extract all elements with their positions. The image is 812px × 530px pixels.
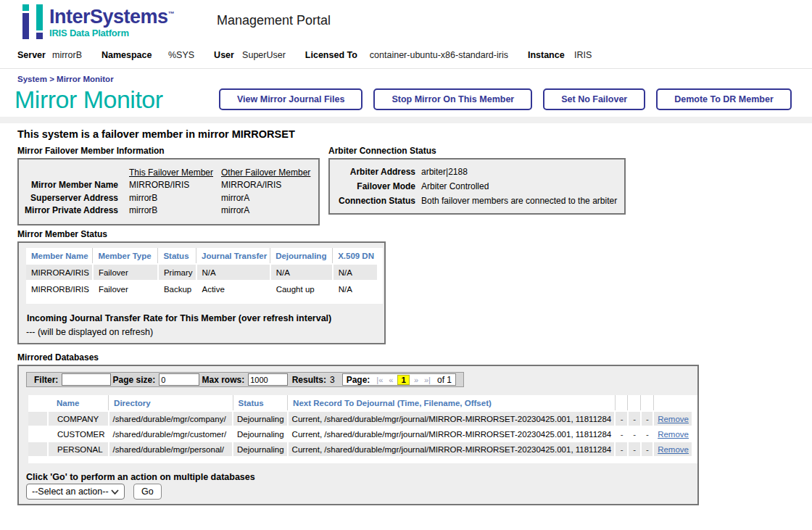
col-this-failover-member: This Failover Member (118, 166, 221, 179)
last-page-icon[interactable]: »| (424, 376, 431, 384)
db-status: Dejournaling (233, 426, 288, 442)
user-value: SuperUser (242, 50, 286, 60)
server-value: mirrorB (52, 50, 82, 60)
mirrored-databases-title: Mirrored Databases (17, 352, 812, 363)
table-filter-bar: Filter: Page size: Max rows: Results: 3 … (26, 372, 464, 387)
licensed-to-value: container-ubuntu-x86-standard-iris (370, 50, 508, 60)
trademark: ™ (168, 10, 175, 17)
row-value: arbiter|2188 (415, 165, 617, 179)
column-header-blank (615, 395, 628, 411)
db-name: CUSTOMER (48, 426, 109, 442)
failover-info-box: This Failover Member Other Failover Memb… (17, 158, 320, 225)
this-member-value: MIRRORB/IRIS (118, 179, 221, 192)
db-status: Dejournaling (233, 411, 288, 426)
table-row: MIRRORA/IRIS Failover Primary N/A N/A N/… (26, 264, 378, 281)
column-header-blank (641, 395, 654, 411)
remove-link[interactable]: Remove (658, 415, 689, 423)
failover-info-title: Mirror Failover Member Information (17, 146, 320, 156)
other-member-value: mirrorA (221, 204, 310, 218)
set-no-failover-button[interactable]: Set No Failover (543, 88, 645, 110)
row-label: Connection Status (330, 194, 415, 208)
table-row: COMPANY /shared/durable/mgr/company/ Dej… (28, 411, 692, 426)
table-row: Connection Status Both failover members … (330, 194, 617, 208)
page-size-input[interactable] (159, 373, 199, 386)
failover-info-section: Mirror Failover Member Information This … (17, 146, 320, 225)
member-status-section: Mirror Member Status Member Name Member … (17, 229, 812, 344)
intersystems-logo-icon (22, 4, 44, 39)
table-row: Superserver Address mirrorB mirrorA (19, 191, 310, 204)
db-directory: /shared/durable/mgr/personal/ (109, 442, 233, 457)
column-header-action (653, 395, 692, 411)
breadcrumb: System > Mirror Monitor (17, 75, 812, 83)
server-label: Server (17, 50, 52, 60)
row-label: Mirror Member Name (19, 179, 118, 192)
db-next-record: Current, /shared/durable/mgr/journal/MIR… (288, 442, 616, 457)
user-label: User (214, 50, 242, 60)
action-row: --Select an action-- Go (26, 484, 697, 500)
column-header-directory: Directory (109, 395, 233, 411)
row-label: Arbiter Address (330, 165, 415, 179)
column-header-dejournaling: Dejournaling (270, 248, 333, 264)
db-directory: /shared/durable/mgr/customer/ (109, 426, 233, 442)
title-separator-band (0, 117, 812, 123)
multi-action-note: Click 'Go' to perform an action on multi… (26, 472, 697, 482)
page-title: Mirror Monitor (14, 86, 219, 114)
page-count: of 1 (437, 375, 452, 385)
demote-to-dr-button[interactable]: Demote To DR Member (656, 88, 792, 110)
column-header-blank (628, 395, 641, 411)
this-member-value: mirrorB (118, 204, 221, 218)
breadcrumb-system[interactable]: System (17, 75, 47, 83)
breadcrumb-separator: > (49, 75, 54, 83)
previous-page-icon[interactable]: « (389, 376, 393, 384)
instance-value: IRIS (574, 50, 592, 60)
arbiter-box: Arbiter Address arbiter|2188 Failover Mo… (328, 158, 626, 215)
next-page-icon[interactable]: » (414, 376, 418, 384)
logo-subtitle: IRIS Data Platform (49, 28, 174, 38)
table-row: Mirror Member Name MIRRORB/IRIS MIRRORA/… (19, 179, 310, 192)
toolbar: View Mirror Journal Files Stop Mirror On… (219, 88, 792, 110)
view-mirror-journal-files-button[interactable]: View Mirror Journal Files (219, 88, 362, 110)
info-boxes-row: Mirror Failover Member Information This … (17, 146, 812, 225)
member-status-box: Member Name Member Type Status Journal T… (17, 241, 386, 344)
column-header-member-name: Member Name (26, 248, 93, 264)
other-member-value: MIRRORA/IRIS (221, 179, 310, 192)
arbiter-title: Arbiter Connection Status (328, 146, 626, 156)
column-header-status: Status (233, 395, 288, 411)
row-label: Mirror Private Address (19, 204, 118, 218)
header: InterSystems™ IRIS Data Platform Managem… (0, 0, 812, 69)
namespace-label: Namespace (102, 50, 168, 60)
column-header-journal-transfer: Journal Transfer (196, 248, 270, 264)
info-bar: ServermirrorB Namespace%SYS UserSuperUse… (17, 50, 611, 60)
db-next-record: Current, /shared/durable/mgr/journal/MIR… (288, 411, 616, 426)
results-value: 3 (330, 375, 335, 385)
db-directory: /shared/durable/mgr/company/ (109, 411, 233, 426)
mirrored-databases-table: Name Directory Status Next Record To Dej… (28, 395, 693, 457)
table-row: CUSTOMER /shared/durable/mgr/customer/ D… (28, 426, 692, 442)
filter-input[interactable] (62, 373, 111, 386)
col-other-failover-member: Other Failover Member (221, 166, 310, 179)
first-page-icon[interactable]: |« (376, 376, 383, 384)
results-label: Results: (292, 375, 326, 385)
table-row: PERSONAL /shared/durable/mgr/personal/ D… (28, 442, 692, 457)
table-row: Arbiter Address arbiter|2188 (330, 165, 617, 179)
remove-link[interactable]: Remove (658, 445, 689, 454)
mirrored-databases-section: Mirrored Databases Filter: Page size: Ma… (17, 352, 812, 505)
licensed-to-label: Licensed To (305, 50, 370, 60)
table-row: Failover Mode Arbiter Controlled (330, 179, 617, 194)
column-header-member-type: Member Type (93, 248, 158, 264)
stop-mirror-button[interactable]: Stop Mirror On This Member (373, 88, 532, 110)
remove-link[interactable]: Remove (658, 430, 689, 439)
go-button[interactable]: Go (133, 484, 162, 500)
max-rows-input[interactable] (248, 373, 288, 386)
page-label: Page: (347, 375, 370, 385)
this-member-value: mirrorB (118, 191, 221, 204)
mirrored-databases-box: Filter: Page size: Max rows: Results: 3 … (17, 365, 699, 505)
current-page: 1 (397, 375, 409, 385)
instance-label: Instance (528, 50, 574, 60)
db-name: COMPANY (48, 411, 109, 426)
page-size-label: Page size: (113, 375, 156, 385)
pager: Page: |« « 1 » »| of 1 (342, 373, 456, 386)
db-name: PERSONAL (48, 442, 109, 457)
action-select[interactable]: --Select an action-- (26, 484, 125, 500)
title-row: Mirror Monitor View Mirror Journal Files… (14, 85, 812, 114)
